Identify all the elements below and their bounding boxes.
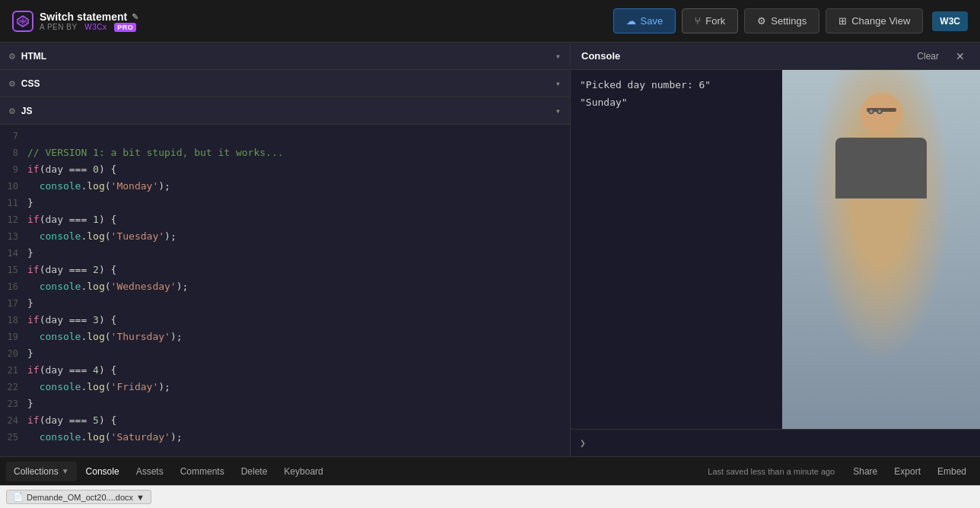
code-line-23: 23} — [0, 395, 570, 412]
export-button[interactable]: Export — [886, 462, 928, 481]
console-close-button[interactable]: ✕ — [951, 49, 969, 64]
line-code-content: if(day === 2) { — [27, 262, 570, 278]
line-number: 9 — [0, 162, 27, 177]
code-line-11: 11} — [0, 195, 570, 211]
line-number: 25 — [0, 430, 27, 445]
embed-button[interactable]: Embed — [930, 462, 974, 481]
share-button[interactable]: Share — [845, 462, 885, 481]
css-panel-header[interactable]: ⚙ CSS ▾ — [0, 70, 570, 97]
keyboard-tab[interactable]: Keyboard — [276, 462, 330, 481]
edit-title-icon[interactable]: ✎ — [132, 12, 138, 22]
taskbar-doc-item[interactable]: 📄 Demande_OM_oct20....docx ▼ — [6, 490, 151, 504]
collections-tab[interactable]: Collections ▼ — [6, 462, 77, 481]
comments-tab[interactable]: Comments — [173, 462, 232, 481]
console-output-line: "Picked day number: 6" — [580, 79, 773, 90]
line-number: 12 — [0, 212, 27, 227]
html-collapse-chevron[interactable]: ▾ — [555, 51, 561, 62]
line-code-content: console.log('Wednesday'); — [27, 279, 570, 294]
fork-icon: ⑂ — [695, 15, 701, 27]
line-number: 16 — [0, 279, 27, 294]
change-view-icon: ⊞ — [838, 15, 847, 27]
taskbar: 📄 Demande_OM_oct20....docx ▼ — [0, 485, 980, 508]
js-panel-header[interactable]: ⚙ JS ▾ — [0, 97, 570, 125]
console-input-area: ❯ — [571, 429, 980, 456]
line-code-content: if(day === 4) { — [27, 363, 570, 378]
bottom-bar: Collections ▼ Console Assets Comments De… — [0, 456, 980, 485]
line-number: 22 — [0, 379, 27, 395]
code-line-10: 10 console.log('Monday'); — [0, 178, 570, 195]
code-line-12: 12if(day === 1) { — [0, 211, 570, 228]
settings-label: Settings — [771, 15, 807, 27]
line-code-content: if(day === 3) { — [27, 313, 570, 328]
pro-badge: PRO — [114, 23, 136, 32]
line-code-content: if(day === 1) { — [27, 212, 570, 227]
delete-tab[interactable]: Delete — [234, 462, 275, 481]
username-label: W3Cx — [84, 23, 107, 31]
console-tab[interactable]: Console — [78, 462, 127, 481]
line-code-content: } — [27, 346, 570, 361]
code-line-24: 24if(day === 5) { — [0, 412, 570, 429]
code-line-13: 13 console.log('Tuesday'); — [0, 228, 570, 245]
code-line-18: 18if(day === 3) { — [0, 312, 570, 329]
code-line-8: 8// VERSION 1: a bit stupid, but it work… — [0, 144, 570, 161]
video-feed — [782, 70, 980, 429]
settings-gear-icon: ⚙ — [757, 15, 766, 27]
code-line-17: 17} — [0, 295, 570, 312]
line-number: 18 — [0, 313, 27, 328]
top-navigation: Switch statement ✎ A PEN BY W3Cx PRO ☁ S… — [0, 0, 980, 43]
person-silhouette — [782, 70, 980, 429]
css-collapse-chevron[interactable]: ▾ — [555, 78, 561, 89]
fork-label: Fork — [705, 15, 725, 27]
line-code-content: console.log('Friday'); — [27, 379, 570, 395]
line-number: 11 — [0, 195, 27, 211]
line-number: 7 — [0, 129, 27, 144]
line-number: 17 — [0, 296, 27, 311]
save-cloud-icon: ☁ — [626, 15, 636, 27]
line-number: 8 — [0, 145, 27, 160]
line-code-content: console.log('Tuesday'); — [27, 229, 570, 244]
line-number: 23 — [0, 396, 27, 411]
console-clear-button[interactable]: Clear — [911, 49, 945, 63]
js-settings-icon[interactable]: ⚙ — [9, 105, 15, 116]
js-panel-title: JS — [21, 106, 549, 116]
console-tab-label: Console — [86, 466, 119, 477]
assets-label: Assets — [136, 466, 164, 477]
code-line-20: 20} — [0, 345, 570, 362]
html-settings-icon[interactable]: ⚙ — [9, 50, 15, 62]
css-panel-title: CSS — [21, 78, 549, 89]
console-output-line: "Sunday" — [580, 97, 773, 108]
collections-arrow-icon: ▼ — [62, 467, 69, 475]
change-view-button[interactable]: ⊞ Change View — [826, 8, 923, 33]
line-number: 20 — [0, 346, 27, 361]
video-area — [782, 70, 980, 429]
save-button[interactable]: ☁ Save — [613, 8, 676, 33]
comments-label: Comments — [180, 466, 224, 477]
line-code-content: } — [27, 396, 570, 411]
settings-button[interactable]: ⚙ Settings — [744, 8, 819, 33]
console-output: "Picked day number: 6""Sunday" — [571, 70, 782, 429]
taskbar-doc-name: Demande_OM_oct20....docx — [27, 493, 133, 502]
person-head — [861, 93, 902, 135]
js-code-editor[interactable]: 78// VERSION 1: a bit stupid, but it wor… — [0, 125, 570, 456]
console-prompt: ❯ — [580, 437, 586, 449]
console-input-field[interactable] — [592, 437, 971, 449]
fork-button[interactable]: ⑂ Fork — [682, 8, 738, 33]
main-content: ⚙ HTML ▾ ⚙ CSS ▾ ⚙ JS ▾ 78// VERSION 1: … — [0, 43, 980, 456]
keyboard-label: Keyboard — [284, 466, 323, 477]
code-line-14: 14} — [0, 245, 570, 262]
line-code-content: } — [27, 246, 570, 261]
html-panel-header[interactable]: ⚙ HTML ▾ — [0, 43, 570, 70]
pen-title-area: Switch statement ✎ A PEN BY W3Cx PRO — [40, 11, 138, 31]
document-icon: 📄 — [13, 492, 24, 502]
line-number: 10 — [0, 179, 27, 194]
assets-tab[interactable]: Assets — [129, 462, 171, 481]
html-panel-title: HTML — [21, 51, 549, 62]
code-line-15: 15if(day === 2) { — [0, 262, 570, 278]
line-code-content: console.log('Saturday'); — [27, 430, 570, 445]
save-status: Last saved less than a minute ago — [332, 467, 845, 476]
code-line-22: 22 console.log('Friday'); — [0, 379, 570, 395]
line-code-content: } — [27, 195, 570, 211]
js-collapse-chevron[interactable]: ▾ — [555, 106, 561, 116]
css-settings-icon[interactable]: ⚙ — [9, 78, 15, 89]
code-line-21: 21if(day === 4) { — [0, 362, 570, 379]
